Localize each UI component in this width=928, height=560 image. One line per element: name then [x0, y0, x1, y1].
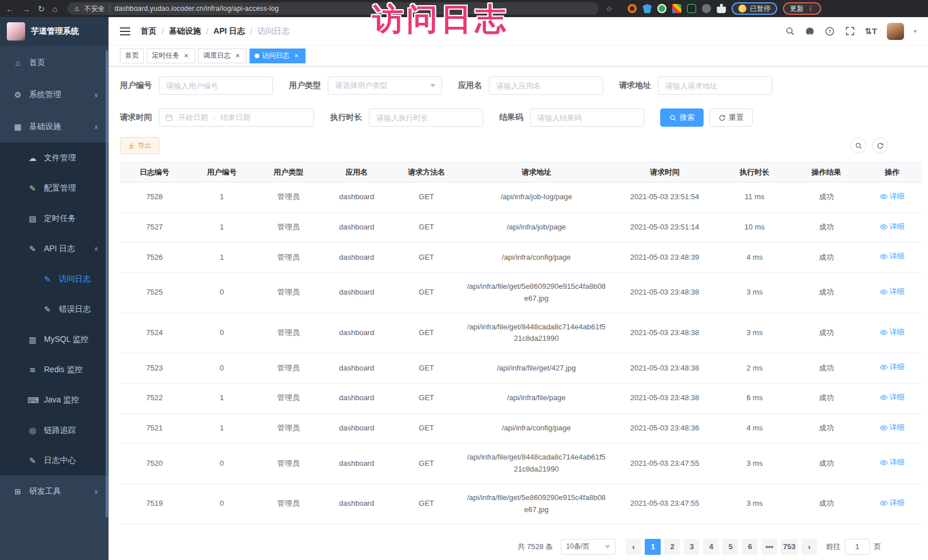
extension-icon[interactable]: [628, 4, 637, 13]
detail-link[interactable]: 详细: [880, 251, 905, 263]
bookmark-star-icon[interactable]: ☆: [606, 5, 613, 13]
browser-home-icon[interactable]: ⌂: [53, 5, 58, 13]
sidebar-item-Java 监控[interactable]: ⌨Java 监控: [0, 385, 109, 415]
detail-link[interactable]: 详细: [880, 327, 905, 339]
detail-link[interactable]: 详细: [880, 457, 905, 469]
address-bar[interactable]: ⚠ 不安全 dashboard.yudao.iocoder.cn/infra/l…: [67, 2, 598, 15]
detail-link[interactable]: 详细: [880, 191, 905, 203]
font-size-icon[interactable]: ⇅T: [865, 26, 877, 37]
extensions-puzzle-icon[interactable]: [717, 4, 726, 13]
sidebar-item-研发工具[interactable]: ⊞研发工具∨: [0, 476, 109, 507]
browser-menu-icon[interactable]: ⋮: [807, 5, 814, 13]
result-code-label: 结果码: [499, 112, 523, 123]
github-icon[interactable]: [805, 26, 815, 37]
update-button[interactable]: 更新⋮: [783, 2, 821, 15]
select-caret-icon: [605, 545, 610, 549]
sidebar-item-配置管理[interactable]: ✎配置管理: [0, 173, 109, 203]
close-icon[interactable]: ×: [182, 52, 190, 60]
sidebar-item-首页[interactable]: ⌂首页: [0, 47, 109, 79]
page-button-3[interactable]: 3: [684, 539, 700, 555]
sidebar-item-API 日志[interactable]: ✎API 日志∧: [0, 233, 109, 264]
reset-button[interactable]: 重置: [709, 108, 753, 127]
sidebar-item-链路追踪[interactable]: ◎链路追踪: [0, 415, 109, 445]
table-row: 75271管理员dashboardGET/api/infra/job/page2…: [120, 212, 922, 243]
page-button-753[interactable]: 753: [781, 539, 798, 555]
cell-time: 2021-05-03 23:48:38: [611, 383, 718, 413]
page-button-5[interactable]: 5: [722, 539, 738, 555]
sidebar-item-错误日志[interactable]: ✎错误日志: [0, 294, 109, 324]
sidebar-item-MySQL 监控[interactable]: ▥MySQL 监控: [0, 324, 109, 354]
reload-icon[interactable]: ↻: [38, 5, 45, 13]
close-icon[interactable]: ×: [292, 52, 300, 60]
user-type-select[interactable]: 请选择用户类型: [328, 76, 442, 95]
extension-grid-icon[interactable]: [672, 4, 681, 13]
forward-icon[interactable]: →: [22, 5, 30, 13]
sidebar-item-日志中心[interactable]: ✎日志中心: [0, 445, 109, 476]
next-page-button[interactable]: ›: [801, 539, 817, 555]
tab-首页[interactable]: 首页: [120, 49, 144, 63]
sidebar-item-label: Java 监控: [44, 395, 79, 405]
end-date-placeholder[interactable]: 结束日期: [220, 112, 250, 123]
prev-page-button[interactable]: ‹: [625, 539, 641, 555]
security-label[interactable]: 不安全: [85, 4, 105, 14]
request-url-input[interactable]: [658, 76, 772, 95]
extension-icon[interactable]: [687, 4, 696, 13]
sidebar-item-Redis 监控[interactable]: ≋Redis 监控: [0, 354, 109, 385]
help-icon[interactable]: ?: [825, 26, 835, 37]
cell-time: 2021-05-03 23:48:38: [611, 273, 718, 313]
extension-icon[interactable]: [702, 4, 711, 13]
user-id-input[interactable]: [159, 76, 273, 95]
request-time-range-picker[interactable]: 开始日期 - 结束日期: [159, 108, 314, 127]
extension-icon[interactable]: [657, 4, 666, 13]
close-icon[interactable]: ×: [234, 52, 242, 60]
goto-page-input[interactable]: [845, 539, 870, 555]
extension-shield-icon[interactable]: [642, 4, 652, 13]
eye-icon: [880, 459, 887, 466]
more-pages-button[interactable]: •••: [761, 539, 777, 555]
sidebar-item-定时任务[interactable]: ▤定时任务: [0, 203, 109, 233]
search-button[interactable]: 搜索: [660, 108, 704, 127]
hamburger-icon[interactable]: [120, 27, 130, 35]
detail-link[interactable]: 详细: [880, 221, 905, 233]
search-icon[interactable]: [785, 26, 795, 37]
toggle-search-button[interactable]: [850, 138, 866, 154]
sidebar-item-访问日志[interactable]: ✎访问日志: [0, 264, 109, 294]
detail-link[interactable]: 详细: [880, 286, 905, 298]
sidebar-item-基础设施[interactable]: ▦基础设施∧: [0, 111, 109, 143]
start-date-placeholder[interactable]: 开始日期: [178, 112, 208, 123]
page-button-1[interactable]: 1: [645, 539, 661, 555]
page-button-2[interactable]: 2: [664, 539, 680, 555]
logo-row[interactable]: 芋道管理系统: [0, 17, 109, 46]
breadcrumb-item[interactable]: API 日志: [214, 26, 245, 37]
url-text[interactable]: dashboard.yudao.iocoder.cn/infra/log/api…: [115, 5, 279, 13]
avatar[interactable]: [887, 23, 904, 40]
sidebar-item-系统管理[interactable]: ⚙系统管理∨: [0, 79, 109, 111]
page-button-4[interactable]: 4: [703, 539, 719, 555]
detail-link[interactable]: 详细: [880, 497, 905, 509]
breadcrumb-item[interactable]: 基础设施: [169, 26, 201, 37]
sidebar-item-文件管理[interactable]: ☁文件管理: [0, 143, 109, 173]
breadcrumb-item[interactable]: 首页: [140, 26, 156, 37]
result-code-input[interactable]: [530, 108, 644, 127]
tab-调度日志[interactable]: 调度日志×: [198, 49, 247, 63]
paused-badge[interactable]: 已暂停: [732, 2, 777, 15]
refresh-table-button[interactable]: [872, 138, 888, 154]
page-size-select[interactable]: 10条/页: [561, 539, 616, 555]
breadcrumb-separator: /: [162, 27, 164, 36]
tab-访问日志[interactable]: 访问日志×: [250, 49, 306, 63]
cell-id: 7523: [120, 353, 189, 384]
cell-id: 7524: [120, 313, 189, 353]
tab-定时任务[interactable]: 定时任务×: [147, 49, 195, 63]
fullscreen-icon[interactable]: [845, 26, 855, 37]
detail-link[interactable]: 详细: [880, 392, 905, 404]
page-button-6[interactable]: 6: [742, 539, 758, 555]
app-name-input[interactable]: [489, 76, 603, 95]
duration-input[interactable]: [369, 108, 483, 127]
back-icon[interactable]: ←: [6, 5, 14, 13]
detail-link[interactable]: 详细: [880, 422, 905, 434]
detail-link[interactable]: 详细: [880, 361, 905, 373]
export-button[interactable]: 导出: [120, 137, 159, 154]
sidebar-scrollbar[interactable]: [106, 50, 108, 517]
chevron-down-icon[interactable]: ▾: [914, 28, 917, 34]
redis-monitor-icon: ≋: [27, 365, 38, 374]
